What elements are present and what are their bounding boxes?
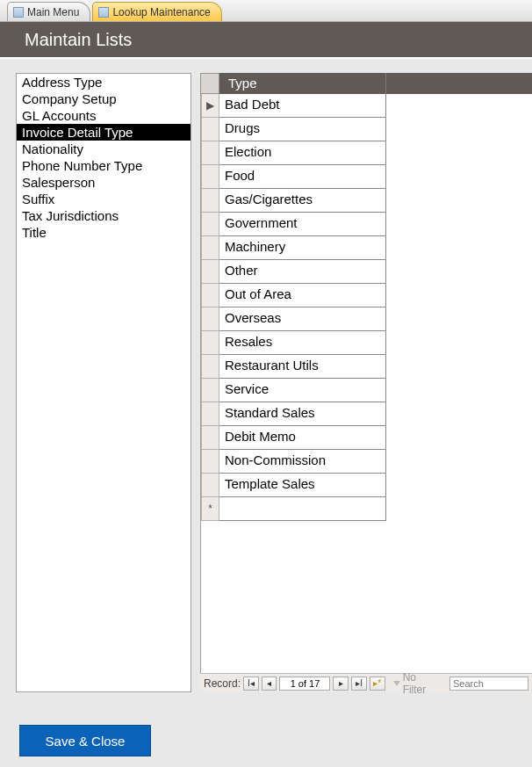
row-selector[interactable] (201, 284, 219, 308)
table-row[interactable]: Non-Commission (201, 450, 532, 474)
row-selector[interactable] (201, 308, 219, 331)
row-selector[interactable] (201, 402, 219, 426)
page-header: Maintain Lists (0, 22, 532, 59)
column-header-type[interactable]: Type (219, 73, 386, 94)
grid-panel: Type ▶Bad DebtDrugsElectionFoodGas/Cigar… (200, 73, 532, 692)
form-icon (98, 7, 109, 18)
cell-type[interactable]: Non-Commission (219, 450, 386, 474)
row-selector-new[interactable]: * (201, 497, 219, 521)
cell-type[interactable]: Other (219, 260, 386, 284)
table-row[interactable]: Template Sales (201, 474, 532, 497)
row-selector[interactable] (201, 260, 219, 284)
cell-type[interactable]: Drugs (219, 118, 386, 141)
table-row[interactable]: Resales (201, 331, 532, 355)
cell-type[interactable]: Service (219, 379, 386, 402)
tab-main-menu[interactable]: Main Menu (7, 2, 90, 21)
cell-type[interactable]: Bad Debt (219, 94, 386, 118)
cell-type[interactable]: Template Sales (219, 474, 386, 497)
table-row[interactable]: Food (201, 165, 532, 189)
record-navigator: Record: I◂ ◂ ▸ ▸I ▸* No Filter (200, 673, 532, 692)
table-row[interactable]: Other (201, 260, 532, 284)
list-item[interactable]: GL Accounts (17, 107, 191, 124)
record-position-input[interactable] (279, 677, 330, 691)
cell-type[interactable]: Machinery (219, 236, 386, 260)
cell-type[interactable]: Resales (219, 331, 386, 355)
row-selector[interactable] (201, 331, 219, 355)
cell-type[interactable]: Out of Area (219, 284, 386, 308)
filter-icon (393, 681, 400, 686)
row-selector[interactable] (201, 474, 219, 497)
nav-prev-button[interactable]: ◂ (262, 677, 277, 691)
list-item[interactable]: Suffix (17, 191, 191, 207)
tab-label: Lookup Maintenance (112, 6, 210, 18)
row-selector[interactable] (201, 165, 219, 189)
nav-next-button[interactable]: ▸ (333, 677, 349, 691)
cell-type[interactable]: Government (219, 213, 386, 236)
table-row-new[interactable]: * (201, 497, 532, 521)
tab-label: Main Menu (27, 6, 79, 18)
table-row[interactable]: Government (201, 213, 532, 236)
cell-type[interactable]: Gas/Cigarettes (219, 189, 386, 213)
row-selector-header[interactable] (200, 73, 219, 94)
cell-type[interactable]: Overseas (219, 308, 386, 331)
table-row[interactable]: Overseas (201, 308, 532, 331)
list-item[interactable]: Invoice Detail Type (17, 124, 191, 141)
row-selector[interactable]: ▶ (201, 94, 219, 118)
row-selector[interactable] (201, 213, 219, 236)
tab-lookup-maintenance[interactable]: Lookup Maintenance (92, 2, 221, 21)
page-title: Maintain Lists (25, 30, 132, 50)
table-row[interactable]: Drugs (201, 118, 532, 141)
no-filter-label: No Filter (393, 671, 442, 696)
list-item[interactable]: Address Type (17, 74, 191, 90)
tabs-bar: Main Menu Lookup Maintenance (0, 0, 532, 22)
cell-type[interactable]: Restaurant Utils (219, 355, 386, 379)
list-panel[interactable]: Address TypeCompany SetupGL AccountsInvo… (16, 73, 191, 692)
cell-type[interactable]: Election (219, 141, 386, 165)
row-selector[interactable] (201, 236, 219, 260)
list-item[interactable]: Title (17, 224, 191, 241)
list-item[interactable]: Phone Number Type (17, 157, 191, 174)
row-selector[interactable] (201, 355, 219, 379)
form-icon (13, 7, 24, 18)
row-selector[interactable] (201, 189, 219, 213)
table-row[interactable]: Out of Area (201, 284, 532, 308)
table-row[interactable]: ▶Bad Debt (201, 94, 532, 118)
grid-header-row: Type (200, 73, 532, 94)
list-item[interactable]: Nationality (17, 141, 191, 157)
table-row[interactable]: Standard Sales (201, 402, 532, 426)
row-selector[interactable] (201, 379, 219, 402)
list-item[interactable]: Company Setup (17, 90, 191, 107)
nav-new-button[interactable]: ▸* (370, 677, 385, 691)
search-input[interactable] (449, 677, 528, 691)
table-row[interactable]: Service (201, 379, 532, 402)
nav-first-button[interactable]: I◂ (243, 677, 259, 691)
nav-last-button[interactable]: ▸I (351, 677, 367, 691)
cell-type[interactable]: Food (219, 165, 386, 189)
table-row[interactable]: Debit Memo (201, 426, 532, 450)
grid-body: ▶Bad DebtDrugsElectionFoodGas/Cigarettes… (200, 94, 532, 673)
list-item[interactable]: Salesperson (17, 174, 191, 191)
save-close-button[interactable]: Save & Close (19, 725, 151, 756)
table-row[interactable]: Restaurant Utils (201, 355, 532, 379)
cell-type[interactable]: Standard Sales (219, 402, 386, 426)
table-row[interactable]: Gas/Cigarettes (201, 189, 532, 213)
table-row[interactable]: Machinery (201, 236, 532, 260)
cell-type[interactable] (219, 497, 386, 521)
list-item[interactable]: Tax Jurisdictions (17, 207, 191, 224)
row-selector[interactable] (201, 426, 219, 450)
row-selector[interactable] (201, 141, 219, 165)
record-label: Record: (204, 677, 241, 690)
table-row[interactable]: Election (201, 141, 532, 165)
row-selector[interactable] (201, 450, 219, 474)
row-selector[interactable] (201, 118, 219, 141)
cell-type[interactable]: Debit Memo (219, 426, 386, 450)
